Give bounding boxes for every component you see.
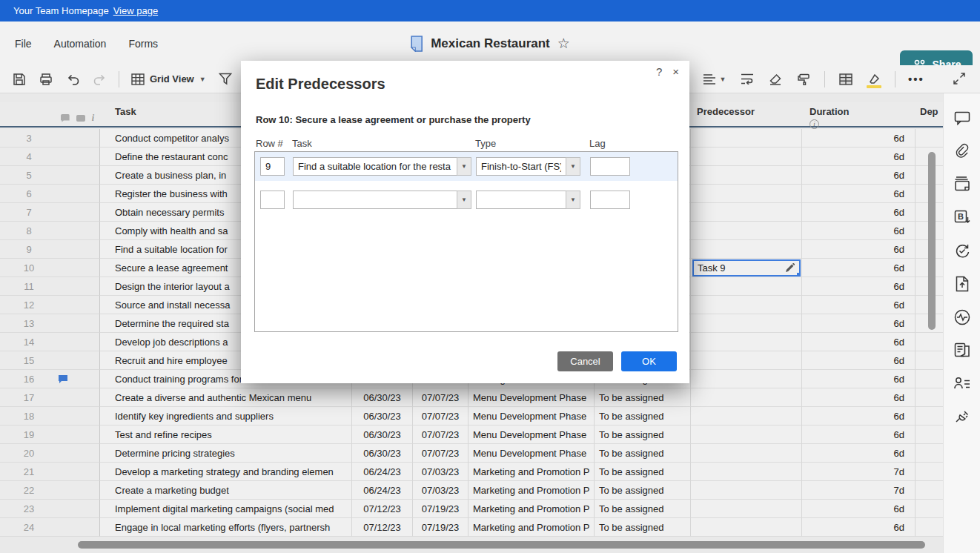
duration-cell[interactable]: 6d: [802, 203, 916, 222]
dependencies-cell[interactable]: [916, 333, 943, 351]
selected-predecessor-cell[interactable]: Task 9: [692, 259, 801, 276]
assigned-cell[interactable]: To be assigned: [595, 444, 691, 463]
row-number-cell[interactable]: 23: [0, 500, 100, 518]
assigned-cell[interactable]: To be assigned: [595, 425, 691, 444]
predecessor-cell[interactable]: [691, 166, 802, 185]
row-number-cell[interactable]: 4: [0, 148, 100, 166]
task-cell[interactable]: Develop a marketing strategy and brandin…: [100, 463, 352, 481]
cancel-button[interactable]: Cancel: [557, 351, 613, 371]
task-dropdown-caret-icon[interactable]: ▼: [457, 191, 471, 209]
row-comment-icon[interactable]: [58, 374, 73, 384]
favorite-star-icon[interactable]: ☆: [557, 35, 570, 52]
assigned-cell[interactable]: To be assigned: [595, 407, 691, 425]
phase-cell[interactable]: Marketing and Promotion P: [469, 518, 595, 537]
start-date-cell[interactable]: 07/12/23: [352, 500, 413, 518]
duration-cell[interactable]: 6d: [802, 370, 916, 388]
column-header-duration[interactable]: Durationi: [802, 102, 916, 126]
duration-cell[interactable]: 6d: [802, 185, 916, 203]
row-number-cell[interactable]: 10: [0, 259, 100, 277]
conversations-icon[interactable]: [951, 107, 973, 129]
predecessor-cell[interactable]: [691, 314, 802, 333]
duration-info-icon[interactable]: i: [810, 119, 819, 129]
duration-cell[interactable]: 6d: [802, 222, 916, 240]
dependencies-cell[interactable]: [916, 425, 943, 444]
duration-cell[interactable]: 7d: [802, 481, 916, 500]
task-cell[interactable]: Engage in local marketing efforts (flyer…: [100, 518, 352, 537]
start-date-cell[interactable]: 06/30/23: [352, 425, 413, 444]
dependencies-cell[interactable]: [916, 407, 943, 425]
more-options-button[interactable]: •••: [906, 69, 927, 90]
row-number-cell[interactable]: 11: [0, 277, 100, 296]
type-dropdown-caret-icon[interactable]: ▼: [566, 191, 580, 209]
duration-cell[interactable]: 6d: [802, 333, 916, 351]
end-date-cell[interactable]: 07/19/23: [413, 500, 469, 518]
predecessor-cell[interactable]: [691, 463, 802, 481]
predecessor-cell[interactable]: [691, 388, 802, 407]
duration-cell[interactable]: 6d: [802, 500, 916, 518]
phase-cell[interactable]: Menu Development Phase: [469, 444, 595, 463]
dependencies-cell[interactable]: [916, 388, 943, 407]
duration-cell[interactable]: 6d: [802, 518, 916, 537]
start-date-cell[interactable]: 06/30/23: [352, 444, 413, 463]
start-date-cell[interactable]: 06/30/23: [352, 388, 413, 407]
assigned-cell[interactable]: To be assigned: [595, 463, 691, 481]
row-number-header[interactable]: i: [0, 102, 100, 126]
fill-handle[interactable]: [797, 273, 801, 276]
row-number-cell[interactable]: 9: [0, 240, 100, 259]
save-button[interactable]: [9, 69, 30, 90]
menu-forms[interactable]: Forms: [128, 38, 158, 50]
start-date-cell[interactable]: 06/24/23: [352, 463, 413, 481]
duration-cell[interactable]: 6d: [802, 351, 916, 370]
dialog-close-button[interactable]: ×: [672, 65, 679, 78]
task-dropdown-2[interactable]: ▼: [293, 191, 471, 209]
row-number-cell[interactable]: 16: [0, 370, 100, 388]
redo-button[interactable]: [89, 69, 110, 90]
activity-log-icon[interactable]: [951, 306, 973, 328]
edit-pencil-icon[interactable]: [785, 263, 795, 273]
duration-cell[interactable]: 6d: [802, 314, 916, 333]
row-number-cell[interactable]: 6: [0, 185, 100, 203]
row-number-cell[interactable]: 21: [0, 463, 100, 481]
phase-cell[interactable]: Menu Development Phase: [469, 388, 595, 407]
end-date-cell[interactable]: 07/07/23: [413, 425, 469, 444]
predecessor-cell[interactable]: [691, 481, 802, 500]
dependencies-cell[interactable]: [916, 500, 943, 518]
type-dropdown-1[interactable]: ▼: [476, 157, 580, 176]
phase-cell[interactable]: Menu Development Phase: [469, 407, 595, 425]
lag-input-2[interactable]: [590, 191, 630, 209]
phase-cell[interactable]: Marketing and Promotion P: [469, 463, 595, 481]
duration-cell[interactable]: 6d: [802, 148, 916, 166]
task-dropdown-1[interactable]: ▼: [293, 157, 471, 176]
duration-cell[interactable]: 6d: [802, 166, 916, 185]
undo-button[interactable]: [62, 69, 83, 90]
column-header-dependencies[interactable]: Dep: [916, 102, 943, 126]
predecessor-cell[interactable]: [691, 407, 802, 425]
duration-cell[interactable]: 6d: [802, 388, 916, 407]
row-number-cell[interactable]: 22: [0, 481, 100, 500]
dependencies-cell[interactable]: [916, 481, 943, 500]
filter-button[interactable]: [215, 69, 236, 90]
dependencies-cell[interactable]: [916, 463, 943, 481]
start-date-cell[interactable]: 06/24/23: [352, 481, 413, 500]
dependencies-cell[interactable]: [916, 370, 943, 388]
align-button[interactable]: ▼: [700, 69, 729, 90]
task-cell[interactable]: Create a marketing budget: [100, 481, 352, 500]
duration-cell[interactable]: 6d: [802, 296, 916, 314]
row-number-cell[interactable]: 8: [0, 222, 100, 240]
task-cell[interactable]: Determine pricing strategies: [100, 444, 352, 463]
predecessor-cell[interactable]: [691, 148, 802, 166]
assigned-cell[interactable]: To be assigned: [595, 518, 691, 537]
task-cell[interactable]: Create a diverse and authentic Mexican m…: [100, 388, 352, 407]
duration-cell[interactable]: 6d: [802, 425, 916, 444]
predecessor-cell[interactable]: [691, 277, 802, 296]
expand-fullscreen-button[interactable]: [949, 68, 970, 89]
duration-cell[interactable]: 6d: [802, 407, 916, 425]
predecessor-cell[interactable]: [691, 240, 802, 259]
predecessor-cell[interactable]: [691, 500, 802, 518]
dependencies-cell[interactable]: [916, 129, 943, 148]
row-number-cell[interactable]: 5: [0, 166, 100, 185]
horizontal-scrollbar[interactable]: [78, 541, 925, 549]
end-date-cell[interactable]: 07/07/23: [413, 388, 469, 407]
predecessor-cell[interactable]: [691, 370, 802, 388]
connections-plug-icon[interactable]: [951, 405, 973, 428]
